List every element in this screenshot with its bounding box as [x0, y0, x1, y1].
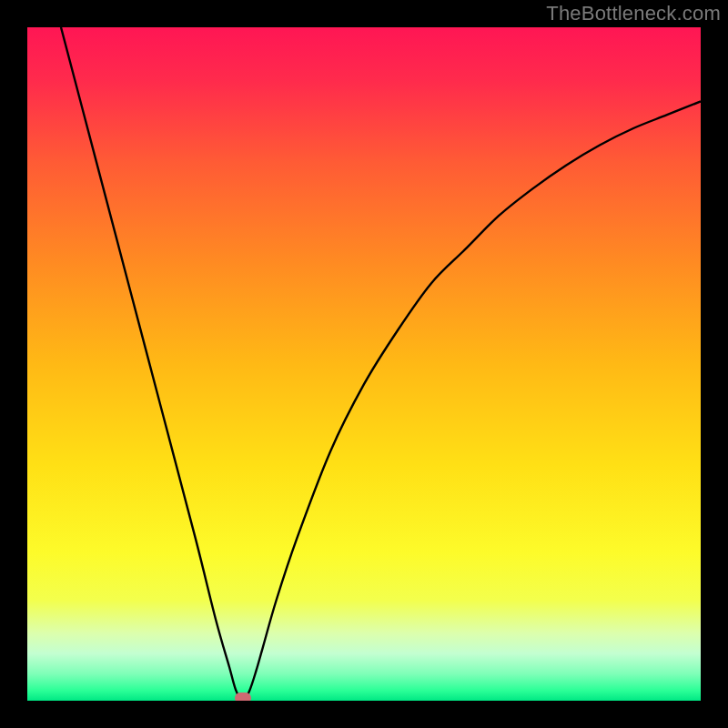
attribution-text: TheBottleneck.com	[546, 2, 721, 25]
bottleneck-curve	[61, 27, 701, 701]
plot-area	[27, 27, 701, 701]
curve-layer	[27, 27, 701, 701]
optimal-point-marker	[235, 693, 251, 701]
chart-frame: TheBottleneck.com	[0, 0, 728, 728]
